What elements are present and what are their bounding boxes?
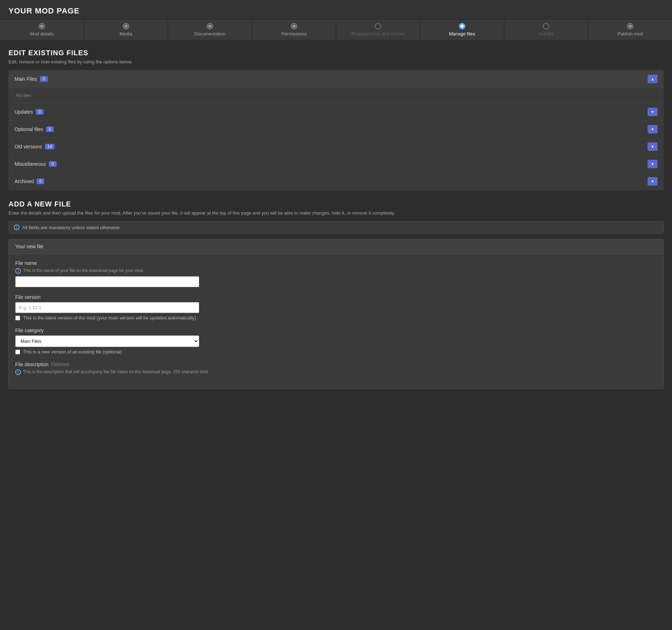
tab-icon-manage-files [459,23,465,29]
add-new-file-subtitle: Enter the details and then upload the fi… [8,210,664,216]
file-name-input[interactable] [15,276,199,287]
file-section-toggle-old-versions[interactable]: ▾ [648,142,657,151]
file-section-row-miscellaneous[interactable]: Miscellaneous0▾ [9,155,663,173]
tab-label-documentation: Documentation [195,31,225,36]
tab-label-permissions: Permissions [281,31,306,36]
latest-version-checkbox[interactable] [15,316,20,320]
tab-label-manage-files: Manage files [449,31,475,36]
new-version-checkbox-row: This is a new version of an existing fil… [15,349,657,354]
file-version-group: File version This is the latest version … [15,294,657,320]
tab-label-publish-mod: Publish mod [618,31,643,36]
tab-label-media: Media [120,31,132,36]
file-category-group: File category Main FilesUpdatesOptional … [15,328,657,354]
file-section-badge-optional-files: 0 [46,126,54,132]
nav-tab-mod-details[interactable]: Mod details [0,19,84,40]
file-section-name-miscellaneous: Miscellaneous [15,161,46,167]
file-section-name-updates: Updates [15,109,33,115]
file-section-badge-miscellaneous: 0 [49,161,57,167]
file-description-optional: (Optional) [51,362,69,367]
new-version-label: This is a new version of an existing fil… [23,349,122,354]
file-section-label-updates: Updates0 [15,109,44,115]
mandatory-info-text: All fields are mandatory unless stated o… [22,225,121,230]
file-name-hint-icon: i [15,268,21,274]
page-header: YOUR MOD PAGE [0,0,672,19]
tab-icon-permissions [291,23,297,29]
add-new-file-title: ADD A NEW FILE [8,200,664,208]
file-name-hint: i This is the name of your file on the d… [15,268,657,274]
file-section-label-archived: Archived0 [15,178,44,184]
file-section-toggle-miscellaneous[interactable]: ▾ [648,160,657,168]
file-category-label: File category [15,328,657,333]
file-section-row-old-versions[interactable]: Old versions14▾ [9,138,663,155]
file-section-label-miscellaneous: Miscellaneous0 [15,161,57,167]
file-name-hint-text: This is the name of your file on the dow… [23,268,144,273]
file-section-row-updates[interactable]: Updates0▾ [9,103,663,121]
file-section-label-main-files: Main Files0 [15,76,48,82]
info-icon: i [14,225,19,230]
file-name-group: File name i This is the name of your fil… [15,260,657,287]
nav-tab-manage-files[interactable]: Manage files [420,19,505,40]
file-section-name-old-versions: Old versions [15,144,42,149]
no-files-row: No files [9,88,663,103]
page-title: YOUR MOD PAGE [8,6,664,16]
file-section-row-main-files[interactable]: Main Files0▴ [9,70,663,88]
edit-existing-section: EDIT EXISTING FILES Edit, remove or hide… [8,49,664,190]
file-section-toggle-main-files[interactable]: ▴ [648,75,657,83]
nav-tab-publish-mod[interactable]: Publish mod [588,19,672,40]
file-category-select[interactable]: Main FilesUpdatesOptional filesOld versi… [15,335,199,347]
new-version-checkbox[interactable] [15,350,20,354]
nav-tab-permissions[interactable]: Permissions [252,19,337,40]
latest-version-checkbox-row: This is the latest version of the mod (y… [15,315,657,320]
file-section-badge-old-versions: 14 [45,144,54,149]
tab-icon-publish-mod [627,23,633,29]
tab-icon-media [123,23,129,29]
file-version-label: File version [15,294,657,300]
nav-tab-media[interactable]: Media [84,19,168,40]
tab-icon-mod-details [39,23,45,29]
edit-existing-subtitle: Edit, remove or hide existing files by u… [8,59,664,64]
form-card-body: File name i This is the name of your fil… [9,254,663,388]
latest-version-label: This is the latest version of the mod (y… [23,315,196,320]
file-sections-container: Main Files0▴No filesUpdates0▾Optional fi… [8,70,664,190]
file-section-name-archived: Archived [15,178,34,184]
edit-existing-title: EDIT EXISTING FILES [8,49,664,57]
file-section-toggle-optional-files[interactable]: ▾ [648,125,657,134]
file-section-badge-updates: 0 [36,109,44,115]
nav-tabs: Mod detailsMediaDocumentationPermissions… [0,19,672,40]
file-name-label: File name [15,260,657,266]
new-file-form-card: Your new file File name i This is the na… [8,239,664,389]
nav-tab-requirements-mirrors: Requirements and mirrors [336,19,420,40]
tab-label-articles: Articles [539,31,554,36]
tab-label-mod-details: Mod details [30,31,53,36]
tab-icon-documentation [207,23,213,29]
file-description-group: File description (Optional) i This is th… [15,362,657,375]
tab-icon-articles [543,23,549,29]
tab-label-requirements-mirrors: Requirements and mirrors [351,31,404,36]
tab-icon-requirements-mirrors [375,23,381,29]
add-new-file-section: ADD A NEW FILE Enter the details and the… [8,200,664,389]
file-description-label: File description (Optional) [15,362,657,367]
file-section-badge-main-files: 0 [40,76,48,82]
file-section-name-optional-files: Optional files [15,126,43,132]
file-description-hint-icon: i [15,369,21,375]
file-section-row-optional-files[interactable]: Optional files0▾ [9,121,663,138]
file-version-input[interactable] [15,302,199,313]
main-content: EDIT EXISTING FILES Edit, remove or hide… [0,40,672,406]
file-section-toggle-updates[interactable]: ▾ [648,108,657,116]
nav-tab-documentation[interactable]: Documentation [168,19,252,40]
file-section-badge-archived: 0 [36,178,44,184]
mandatory-info-bar: i All fields are mandatory unless stated… [8,221,664,233]
file-description-hint: i This is the description that will acco… [15,369,657,375]
file-section-name-main-files: Main Files [15,76,37,82]
file-section-toggle-archived[interactable]: ▾ [648,177,657,186]
file-section-row-archived[interactable]: Archived0▾ [9,173,663,190]
form-card-header: Your new file [9,239,663,254]
file-section-label-optional-files: Optional files0 [15,126,54,132]
file-section-label-old-versions: Old versions14 [15,144,54,149]
file-description-hint-text: This is the description that will accomp… [23,369,209,374]
nav-tab-articles: Articles [504,19,588,40]
